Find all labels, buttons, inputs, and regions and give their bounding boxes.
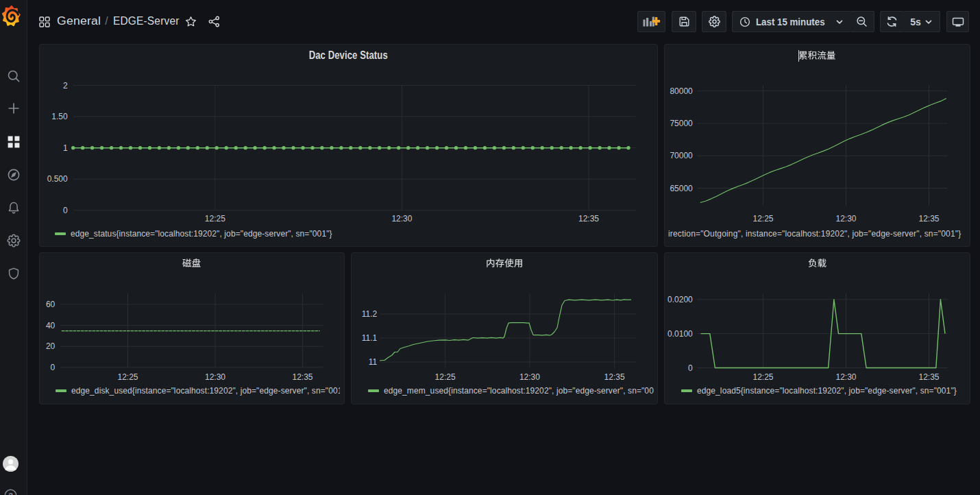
svg-text:12:35: 12:35 [292, 372, 313, 382]
svg-text:12:30: 12:30 [835, 214, 856, 224]
svg-text:20: 20 [46, 341, 56, 351]
svg-text:0.0100: 0.0100 [667, 329, 693, 339]
svg-text:80000: 80000 [670, 86, 693, 96]
svg-text:12:30: 12:30 [391, 214, 412, 224]
svg-text:75000: 75000 [670, 119, 693, 128]
svg-text:12:35: 12:35 [918, 214, 939, 224]
svg-text:12:30: 12:30 [835, 372, 856, 382]
svg-text:12:30: 12:30 [205, 372, 225, 382]
svg-text:65000: 65000 [670, 184, 693, 193]
svg-text:0: 0 [51, 363, 56, 372]
svg-text:12:25: 12:25 [752, 372, 773, 382]
svg-text:12:35: 12:35 [918, 372, 939, 382]
svg-text:?: ? [8, 492, 13, 495]
svg-text:40: 40 [46, 321, 56, 330]
svg-text:12:35: 12:35 [604, 372, 625, 382]
svg-text:12:25: 12:25 [117, 372, 138, 382]
svg-text:11: 11 [369, 357, 378, 367]
svg-text:0.500: 0.500 [47, 174, 68, 184]
svg-text:0: 0 [688, 363, 693, 373]
svg-text:12:25: 12:25 [205, 214, 225, 224]
svg-text:11.1: 11.1 [362, 333, 378, 343]
svg-text:0: 0 [63, 206, 68, 215]
svg-text:12:25: 12:25 [435, 372, 456, 382]
svg-text:12:35: 12:35 [578, 214, 599, 224]
svg-text:70000: 70000 [670, 151, 693, 160]
svg-text:0.0200: 0.0200 [667, 295, 693, 304]
svg-text:1.50: 1.50 [51, 112, 68, 121]
svg-text:60: 60 [46, 300, 56, 309]
svg-text:12:30: 12:30 [519, 372, 540, 382]
svg-text:11.2: 11.2 [362, 309, 378, 319]
svg-text:12:25: 12:25 [752, 214, 773, 224]
svg-text:1: 1 [63, 143, 68, 153]
svg-text:2: 2 [63, 81, 68, 90]
